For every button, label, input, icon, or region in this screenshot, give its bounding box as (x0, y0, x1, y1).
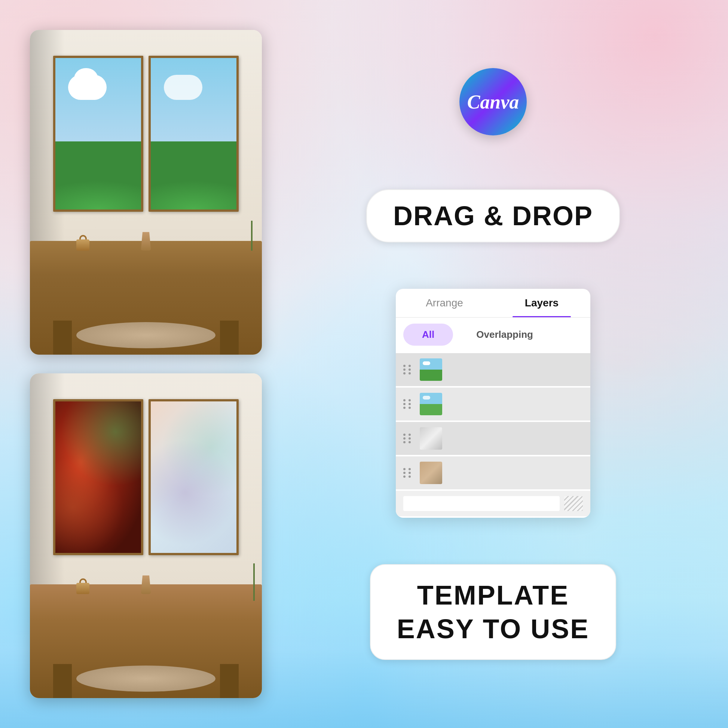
tab-arrange[interactable]: Arrange (396, 289, 493, 317)
top-photo (30, 30, 262, 355)
art-abstract-overlay-left (55, 401, 141, 553)
vase-body-top (140, 232, 151, 251)
template-label: TEMPLATE (397, 580, 590, 610)
bench-leg-left-top (53, 321, 72, 355)
grass-hill-right (151, 141, 236, 210)
cloud-bump-left (74, 68, 98, 89)
basket-handle (79, 235, 87, 239)
easy-to-use-label: EASY TO USE (397, 613, 590, 644)
plant-top-right (251, 221, 252, 251)
art-frame-left-bottom (53, 399, 143, 555)
filter-row: All Overlapping (396, 318, 590, 352)
bottom-room-scene (30, 373, 262, 698)
layer-item-5[interactable] (396, 491, 590, 516)
template-badge: TEMPLATE EASY TO USE (370, 564, 616, 660)
basket-body (76, 239, 89, 251)
vase-top (140, 232, 151, 251)
layers-panel: Arrange Layers All Overlapping (396, 289, 590, 518)
bench-leg-right-top (220, 321, 239, 355)
art-frame-right-top (148, 56, 239, 212)
rug-top (76, 322, 216, 348)
frame-area-top (53, 56, 239, 212)
cloud-main-right (164, 75, 202, 100)
bottom-photo (30, 373, 262, 698)
art-frame-right-bottom (148, 399, 239, 555)
filter-all-button[interactable]: All (403, 324, 453, 346)
grass-hill-left (55, 141, 141, 210)
plant-bottom-right (253, 563, 255, 601)
drag-drop-label: DRAG & DROP (393, 201, 593, 231)
vase-body-bottom (140, 575, 151, 594)
layer-thumb-2 (420, 393, 442, 415)
rug-bottom (76, 665, 216, 691)
drag-drop-badge: DRAG & DROP (366, 189, 620, 242)
art-frame-left-top (53, 56, 143, 212)
canva-logo-text: Canva (467, 91, 519, 113)
filter-overlapping-button[interactable]: Overlapping (457, 324, 552, 346)
layer-thumb-3 (420, 427, 442, 450)
main-layout: Canva DRAG & DROP Arrange Layers All Ove… (0, 0, 728, 728)
art-sky-left (55, 58, 141, 141)
layer-hatch-pattern (564, 496, 583, 511)
art-pastel-right (151, 401, 236, 553)
plant-stem (251, 221, 252, 251)
basket-handle-bottom (79, 578, 87, 583)
drag-handle-3[interactable] (403, 434, 412, 443)
layers-tabs: Arrange Layers (396, 289, 590, 318)
art-grass-left (55, 141, 141, 210)
art-pastel-overlay (151, 401, 236, 553)
right-panel: Canva DRAG & DROP Arrange Layers All Ove… (281, 30, 705, 698)
layer-thumb-4 (420, 462, 442, 484)
top-room-scene (30, 30, 262, 355)
basket-body-bottom (76, 583, 89, 594)
layer-thumb-1 (420, 358, 442, 381)
art-grass-right (151, 141, 236, 210)
layer-item-1[interactable] (396, 353, 590, 386)
basket-top (76, 236, 89, 251)
tab-layers[interactable]: Layers (493, 289, 590, 317)
art-sky-right (151, 58, 236, 141)
art-abstract-left (55, 401, 141, 553)
layer-item-3[interactable] (396, 422, 590, 455)
drag-handle-2[interactable] (403, 399, 412, 409)
drag-handle-1[interactable] (403, 365, 412, 375)
bench-leg-right-bottom (220, 664, 239, 698)
layer-item-4[interactable] (396, 456, 590, 489)
basket-bottom (76, 579, 89, 594)
layer-white-bar (403, 496, 560, 511)
vase-bottom (140, 575, 151, 594)
plant-stem-bottom (253, 563, 255, 601)
layer-item-2[interactable] (396, 388, 590, 421)
bench-leg-left-bottom (53, 664, 72, 698)
frame-area-bottom (53, 399, 239, 555)
canva-logo: Canva (459, 68, 527, 135)
drag-handle-4[interactable] (403, 468, 412, 478)
